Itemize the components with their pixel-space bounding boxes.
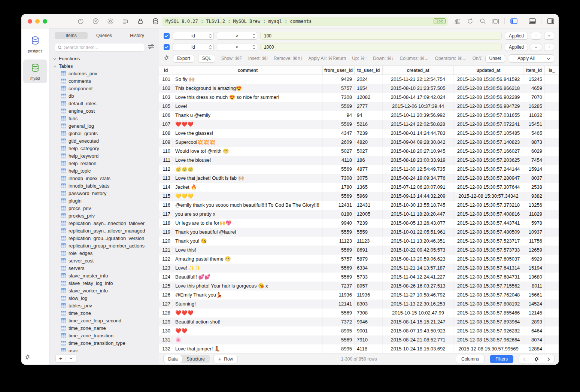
search-icon[interactable]	[479, 18, 486, 25]
filter-operator-select[interactable]: >	[217, 32, 257, 40]
table-item-time_zone_leap_second[interactable]: time_zone_leap_second	[49, 317, 159, 324]
next-page-button[interactable]	[543, 357, 554, 361]
table-item-innodb_table_stats[interactable]: innodb_table_stats	[49, 182, 159, 189]
filter-enabled-checkbox[interactable]	[164, 44, 170, 50]
table-row[interactable]: 101So fly 🙌🏼942920242015-11-21 22:12:54.…	[159, 75, 559, 84]
table-row[interactable]: 115💛💛💛556959692015-09-13 14:44:32.209201…	[159, 192, 559, 201]
table-row[interactable]: 123Love! ✨✨556963342015-11-21 14:13:57.1…	[159, 264, 559, 273]
segment-data[interactable]: Data	[164, 355, 182, 363]
sql-preview-button[interactable]: SQL	[198, 55, 215, 63]
table-item-time_zone[interactable]: time_zone	[49, 309, 159, 317]
apply-all-chevron-icon[interactable]	[543, 56, 554, 61]
table-item-innodb_index_stats[interactable]: innodb_index_stats	[49, 174, 159, 182]
apply-all-dropdown[interactable]: Apply All	[509, 54, 554, 63]
chart-icon[interactable]	[453, 18, 461, 25]
table-item-db[interactable]: db	[49, 92, 159, 100]
table-item-replication_asyn...nnection_failover[interactable]: replication_asyn...nnection_failover	[49, 219, 159, 227]
table-item-time_zone_name[interactable]: time_zone_name	[49, 324, 159, 332]
toggle-bottom-panel-icon[interactable]	[528, 18, 536, 25]
watch-icon[interactable]	[107, 18, 114, 25]
tab-queries[interactable]: Queries	[88, 32, 121, 39]
table-item-default_roles[interactable]: default_roles	[49, 100, 159, 107]
add-item-chevron[interactable]	[66, 357, 76, 359]
table-item-user[interactable]: user	[49, 347, 159, 352]
table-item-tables_priv[interactable]: tables_priv	[49, 302, 159, 309]
table-item-time_zone_transition[interactable]: time_zone_transition	[49, 332, 159, 339]
search-input[interactable]: Search for item...	[55, 43, 145, 52]
rail-settings-gear-icon[interactable]	[25, 354, 30, 361]
export-button[interactable]: Export	[173, 55, 194, 63]
table-item-general_log[interactable]: general_log	[49, 122, 159, 130]
table-item-replication_grou...iguration_version[interactable]: replication_grou...iguration_version	[49, 234, 159, 242]
table-row[interactable]: 119Thank you beautiful @laurel5559555920…	[159, 228, 559, 237]
column-header-updated_at[interactable]: updated_at	[454, 66, 523, 75]
table-row[interactable]: 103Love this dress so much 😍 so nice for…	[159, 93, 559, 102]
table-row[interactable]: 122Amazing pastel theme 😬575758792015-08…	[159, 255, 559, 264]
connection-title-field[interactable]: MySQL 8.0.27 : TLSv1.2 : MySQL Brew : my…	[162, 17, 448, 26]
table-row[interactable]: 107❤️❤️❤️556952162015-11-24 22:02:58.828…	[159, 120, 559, 129]
table-row[interactable]: 106Thank u @emily94942015-10-11 20:39:56…	[159, 111, 559, 120]
tree-group-tables[interactable]: Tables	[49, 62, 159, 70]
table-row[interactable]: 131🌸556979102015-08-24 21:08:52.7712015-…	[159, 335, 559, 344]
filter-applied-button[interactable]: Applied	[505, 43, 528, 51]
table-row[interactable]: 129Beautiful action shot!737299462015-08…	[159, 317, 559, 326]
remove-filter-button[interactable]: −	[531, 43, 541, 51]
column-header-is_[interactable]: is_	[545, 66, 559, 75]
connection-status-icon[interactable]	[77, 18, 84, 25]
filter-value-input[interactable]: 100	[260, 32, 502, 40]
segment-structure[interactable]: Structure	[182, 355, 209, 363]
table-row[interactable]: 121Love this!556986912015-10-22 09:42:05…	[159, 246, 559, 255]
table-item-help_topic[interactable]: help_topic	[49, 167, 159, 174]
minimize-window-button[interactable]	[35, 19, 40, 24]
table-row[interactable]: 125Love this photo! Your hair is gorgeou…	[159, 282, 559, 291]
add-item-split-button[interactable]: +	[55, 354, 76, 362]
table-row[interactable]: 127Stunning!1214183032015-11-13 22:30:16…	[159, 300, 559, 309]
prev-page-button[interactable]	[519, 357, 530, 361]
table-item-role_edges[interactable]: role_edges	[49, 249, 159, 257]
table-item-engine_cost[interactable]: engine_cost	[49, 107, 159, 115]
table-row[interactable]: 132Love that jumper! 👢899541182015-10-24…	[159, 344, 559, 353]
tab-history[interactable]: History	[121, 32, 154, 39]
table-row[interactable]: 110Would love to! @mith 😬502750272015-08…	[159, 147, 559, 156]
table-item-component[interactable]: component	[49, 85, 159, 92]
filter-settings-gear-icon[interactable]	[164, 55, 169, 62]
table-row[interactable]: 108Love the glasses!434772392015-08-01 1…	[159, 129, 559, 138]
filter-sliders-icon[interactable]	[148, 44, 154, 51]
zoom-window-button[interactable]	[43, 19, 47, 24]
unset-button[interactable]: Unset	[485, 55, 505, 63]
table-item-procs_priv[interactable]: procs_priv	[49, 204, 159, 212]
table-row[interactable]: 118Ur legs are to die for🙌💖994072392015-…	[159, 219, 559, 228]
table-row[interactable]: 114Jacket 🔥178013652015-07-12 06:20:07.0…	[159, 183, 559, 192]
column-header-to_user_id[interactable]: to_user_id	[355, 66, 383, 75]
table-row[interactable]: 113Love that jacket! Outfit is fab 🙌🏼730…	[159, 174, 559, 183]
table-item-help_relation[interactable]: help_relation	[49, 159, 159, 167]
table-item-servers[interactable]: servers	[49, 264, 159, 272]
table-item-columns_priv[interactable]: columns_priv	[49, 70, 159, 77]
table-row[interactable]: 116@emily thank you soooo much beautiful…	[159, 201, 559, 210]
add-item-plus[interactable]: +	[56, 356, 66, 361]
column-header-comment[interactable]: comment	[173, 66, 323, 75]
connection-postgres[interactable]: postgres	[23, 32, 47, 56]
filter-enabled-checkbox[interactable]	[164, 33, 170, 39]
table-item-slave_relay_log_info[interactable]: slave_relay_log_info	[49, 279, 159, 287]
table-item-time_zone_transition_type[interactable]: time_zone_transition_type	[49, 339, 159, 347]
filter-operator-select[interactable]: <	[217, 43, 257, 51]
filter-column-select[interactable]: id	[173, 32, 214, 40]
page-settings-gear-icon[interactable]	[530, 356, 543, 362]
columns-button[interactable]: Columns	[456, 355, 485, 363]
table-item-replication_asyn...ailover_managed[interactable]: replication_asyn...ailover_managed	[49, 227, 159, 234]
filters-button[interactable]: Filters	[490, 355, 513, 363]
table-item-gtid_executed[interactable]: gtid_executed	[49, 137, 159, 145]
table-item-help_keyword[interactable]: help_keyword	[49, 152, 159, 159]
toggle-right-panel-icon[interactable]	[547, 18, 554, 25]
database-icon[interactable]	[152, 18, 159, 25]
table-item-proxies_priv[interactable]: proxies_priv	[49, 212, 159, 219]
table-row[interactable]: 117you are so pretty x8180120052015-10-1…	[159, 210, 559, 219]
tree-group-functions[interactable]: Functions	[49, 55, 159, 62]
close-window-button[interactable]	[28, 19, 32, 24]
logs-icon[interactable]	[122, 18, 129, 25]
table-item-global_grants[interactable]: global_grants	[49, 130, 159, 137]
table-item-comments[interactable]: comments	[49, 77, 159, 85]
column-header-item_id[interactable]: item_id	[523, 66, 545, 75]
table-item-slow_log[interactable]: slow_log	[49, 294, 159, 302]
